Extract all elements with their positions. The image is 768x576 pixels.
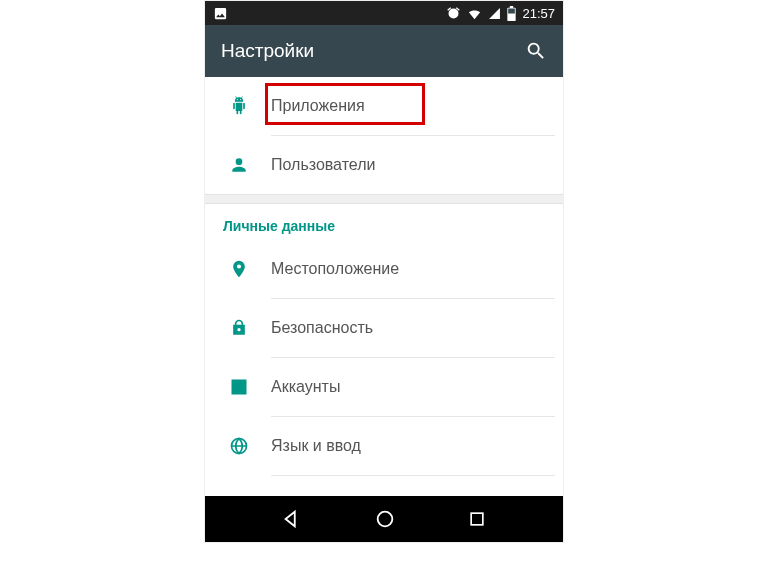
android-icon — [229, 96, 271, 116]
status-bar: 21:57 — [205, 1, 563, 25]
battery-icon — [507, 6, 516, 21]
list-item-location[interactable]: Местоположение — [205, 240, 563, 298]
list-item-label: Безопасность — [271, 319, 557, 337]
globe-icon — [229, 436, 271, 456]
settings-list: Приложения Пользователи Личные данные Ме… — [205, 77, 563, 476]
svg-point-2 — [378, 512, 393, 527]
wifi-icon — [467, 6, 482, 21]
divider — [271, 475, 555, 476]
list-item-label: Аккаунты — [271, 378, 557, 396]
page-title: Настройки — [221, 40, 314, 62]
app-bar: Настройки — [205, 25, 563, 77]
list-item-users[interactable]: Пользователи — [205, 136, 563, 194]
svg-rect-3 — [471, 513, 483, 525]
account-box-icon — [229, 377, 271, 397]
svg-rect-0 — [509, 8, 516, 13]
list-item-label: Местоположение — [271, 260, 557, 278]
recent-apps-button[interactable] — [467, 509, 487, 529]
list-item-label: Пользователи — [271, 156, 557, 174]
section-header-personal: Личные данные — [205, 204, 563, 240]
cellular-icon — [488, 7, 501, 20]
list-item-label: Язык и ввод — [271, 437, 557, 455]
image-placeholder-icon — [213, 6, 228, 21]
section-divider — [205, 194, 563, 204]
list-item-label: Приложения — [271, 97, 557, 115]
home-button[interactable] — [374, 508, 396, 530]
list-item-security[interactable]: Безопасность — [205, 299, 563, 357]
navigation-bar — [205, 496, 563, 542]
location-icon — [229, 259, 271, 279]
list-item-apps[interactable]: Приложения — [205, 77, 563, 135]
search-button[interactable] — [525, 40, 547, 62]
list-item-language[interactable]: Язык и ввод — [205, 417, 563, 475]
list-item-accounts[interactable]: Аккаунты — [205, 358, 563, 416]
alarm-icon — [446, 6, 461, 21]
status-time: 21:57 — [522, 6, 555, 21]
lock-icon — [229, 318, 271, 338]
person-icon — [229, 155, 271, 175]
phone-frame: 21:57 Настройки Приложения Пользователи — [204, 0, 564, 543]
back-button[interactable] — [281, 508, 303, 530]
